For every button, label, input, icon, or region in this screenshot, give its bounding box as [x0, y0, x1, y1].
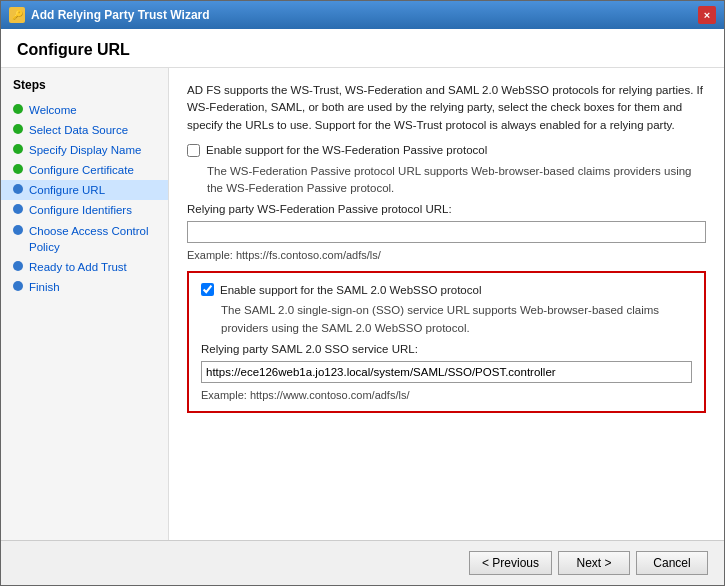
window-icon: 🔑 — [9, 7, 25, 23]
dot-specify-display-name — [13, 144, 23, 154]
saml-checkbox[interactable] — [201, 283, 214, 296]
dot-ready-to-add — [13, 261, 23, 271]
saml-checkbox-row[interactable]: Enable support for the SAML 2.0 WebSSO p… — [201, 283, 692, 296]
dot-configure-certificate — [13, 164, 23, 174]
sidebar-label-configure-identifiers: Configure Identifiers — [29, 202, 132, 218]
dot-finish — [13, 281, 23, 291]
sidebar-label-ready-to-add: Ready to Add Trust — [29, 259, 127, 275]
sidebar-label-configure-certificate: Configure Certificate — [29, 162, 134, 178]
sidebar-label-configure-url: Configure URL — [29, 182, 105, 198]
saml-checkbox-label: Enable support for the SAML 2.0 WebSSO p… — [220, 284, 481, 296]
sidebar-item-choose-access-control[interactable]: Choose Access Control Policy — [1, 221, 168, 257]
ws-federation-checkbox[interactable] — [187, 144, 200, 157]
ws-federation-desc: The WS-Federation Passive protocol URL s… — [187, 163, 706, 198]
next-button[interactable]: Next > — [558, 551, 630, 575]
dot-configure-identifiers — [13, 204, 23, 214]
ws-federation-section: Enable support for the WS-Federation Pas… — [187, 144, 706, 262]
intro-text: AD FS supports the WS-Trust, WS-Federati… — [187, 82, 706, 134]
title-bar: 🔑 Add Relying Party Trust Wizard × — [1, 1, 724, 29]
right-panel: AD FS supports the WS-Trust, WS-Federati… — [169, 68, 724, 540]
saml-url-input[interactable] — [201, 361, 692, 383]
sidebar-item-select-data-source[interactable]: Select Data Source — [1, 120, 168, 140]
ws-federation-url-input[interactable] — [187, 221, 706, 243]
sidebar-heading: Steps — [1, 78, 168, 100]
saml-desc: The SAML 2.0 single-sign-on (SSO) servic… — [201, 302, 692, 337]
dot-choose-access-control — [13, 225, 23, 235]
sidebar-item-configure-url[interactable]: Configure URL — [1, 180, 168, 200]
cancel-button[interactable]: Cancel — [636, 551, 708, 575]
sidebar-label-choose-access-control: Choose Access Control Policy — [29, 223, 156, 255]
sidebar-label-welcome: Welcome — [29, 102, 77, 118]
main-window: 🔑 Add Relying Party Trust Wizard × Confi… — [0, 0, 725, 586]
ws-federation-example: Example: https://fs.contoso.com/adfs/ls/ — [187, 249, 706, 261]
window-title: Add Relying Party Trust Wizard — [31, 8, 210, 22]
footer: < Previous Next > Cancel — [1, 540, 724, 585]
main-content: Steps Welcome Select Data Source Specify… — [1, 68, 724, 540]
saml-field-label: Relying party SAML 2.0 SSO service URL: — [201, 343, 692, 355]
sidebar-item-specify-display-name[interactable]: Specify Display Name — [1, 140, 168, 160]
sidebar-label-finish: Finish — [29, 279, 60, 295]
sidebar-item-ready-to-add[interactable]: Ready to Add Trust — [1, 257, 168, 277]
dot-configure-url — [13, 184, 23, 194]
page-title: Configure URL — [17, 41, 708, 59]
title-bar-left: 🔑 Add Relying Party Trust Wizard — [9, 7, 210, 23]
sidebar-item-configure-identifiers[interactable]: Configure Identifiers — [1, 200, 168, 220]
saml-example: Example: https://www.contoso.com/adfs/ls… — [201, 389, 692, 401]
ws-federation-checkbox-row[interactable]: Enable support for the WS-Federation Pas… — [187, 144, 706, 157]
sidebar-item-configure-certificate[interactable]: Configure Certificate — [1, 160, 168, 180]
page-header: Configure URL — [1, 29, 724, 68]
dot-select-data-source — [13, 124, 23, 134]
dot-welcome — [13, 104, 23, 114]
content-area: Configure URL Steps Welcome Select Data … — [1, 29, 724, 585]
saml-section: Enable support for the SAML 2.0 WebSSO p… — [187, 271, 706, 413]
sidebar-label-select-data-source: Select Data Source — [29, 122, 128, 138]
ws-federation-checkbox-label: Enable support for the WS-Federation Pas… — [206, 144, 487, 156]
previous-button[interactable]: < Previous — [469, 551, 552, 575]
close-button[interactable]: × — [698, 6, 716, 24]
sidebar-item-finish[interactable]: Finish — [1, 277, 168, 297]
sidebar-label-specify-display-name: Specify Display Name — [29, 142, 141, 158]
sidebar: Steps Welcome Select Data Source Specify… — [1, 68, 169, 540]
sidebar-item-welcome[interactable]: Welcome — [1, 100, 168, 120]
ws-federation-field-label: Relying party WS-Federation Passive prot… — [187, 203, 706, 215]
